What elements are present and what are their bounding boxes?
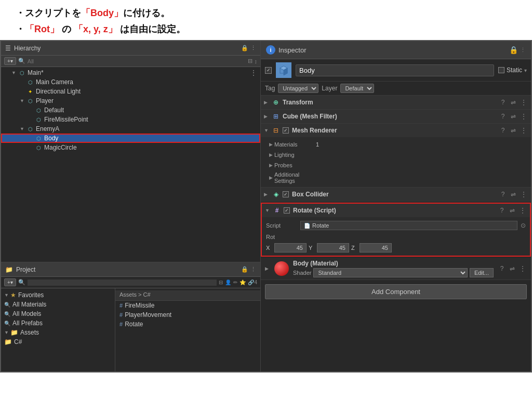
lock-icon: 🔒 [241, 45, 248, 51]
additional-label: Additional Settings [274, 171, 316, 184]
transform-help-btn[interactable]: ? [499, 99, 507, 106]
rotate-menu-btn[interactable]: ⋮ [518, 207, 527, 214]
rotate-checkbox[interactable]: ✓ [284, 207, 290, 214]
add-project-button[interactable]: +▾ [4, 278, 16, 286]
assets-folder[interactable]: ▼ 📁 Assets [1, 328, 115, 337]
layer-label: Layer [322, 85, 337, 92]
object-active-checkbox[interactable]: ✓ [265, 67, 272, 74]
rotate-settings-btn[interactable]: ⇌ [508, 207, 516, 214]
all-prefabs-item[interactable]: 🔍 All Prefabs [1, 318, 115, 328]
project-search-input[interactable] [28, 280, 217, 286]
inspector-menu-icon[interactable]: ⋮ [520, 47, 526, 54]
rot-label-row: Rot [266, 232, 526, 242]
arrow-player: ▼ [20, 98, 26, 103]
all-models-item[interactable]: 🔍 All Models [1, 309, 115, 318]
static-checkbox[interactable] [498, 67, 504, 73]
material-help-btn[interactable]: ? [498, 265, 506, 272]
assets-label: Assets [20, 329, 39, 336]
add-component-button[interactable]: Add Component [265, 284, 527, 299]
tag-label: Tag [265, 85, 275, 92]
tree-item-default[interactable]: ⬡ Default [1, 105, 260, 115]
probes-prop[interactable]: ▶ Probes [265, 160, 527, 170]
tree-item-body[interactable]: ⬡ Body [1, 134, 260, 143]
material-settings-btn[interactable]: ⇌ [508, 265, 516, 272]
z-value-input[interactable] [360, 243, 392, 252]
object-name-input[interactable] [296, 64, 494, 76]
tree-item-main[interactable]: ▼ ⬡ Main* ⋮ [1, 68, 260, 77]
script-field-label: Script [266, 222, 297, 229]
file-label-playermovement: PlayerMovement [125, 311, 171, 318]
script-target-btn[interactable]: ⊙ [521, 222, 526, 229]
tree-item-maincamera[interactable]: ⬡ Main Camera [1, 77, 260, 87]
shader-dropdown[interactable]: Standard [313, 268, 467, 277]
transform-menu-btn[interactable]: ⋮ [520, 99, 528, 106]
y-value-input[interactable] [317, 243, 349, 252]
material-menu-btn[interactable]: ⋮ [518, 265, 527, 272]
favorites-arrow: ▼ [4, 292, 10, 298]
boxcollider-checkbox[interactable]: ✓ [283, 191, 289, 197]
instruction-line1-red: 「Body」 [81, 8, 123, 18]
transform-settings-btn[interactable]: ⇌ [509, 99, 517, 106]
meshfilter-help-btn[interactable]: ? [499, 113, 507, 120]
tree-item-firemissile[interactable]: ⬡ FireMissilePoint [1, 115, 260, 124]
meshrenderer-menu-btn[interactable]: ⋮ [520, 127, 528, 134]
tag-dropdown[interactable]: Untagged [278, 84, 318, 93]
meshfilter-controls: ? ⇌ ⋮ [499, 113, 528, 120]
inspector-title: Inspector [278, 46, 306, 54]
tree-item-player[interactable]: ▼ ⬡ Player [1, 96, 260, 105]
tree-item-dirlight[interactable]: ✦ Directional Light [1, 87, 260, 96]
instructions-area: ・スクリプトを「Body」に付ける。 ・「Rot」 の 「x, y, z」 は自… [0, 0, 532, 40]
meshfilter-header[interactable]: ▶ ⊞ Cube (Mesh Filter) ? ⇌ ⋮ [261, 110, 531, 123]
tree-menu-main[interactable]: ⋮ [250, 69, 260, 77]
rotate-help-btn[interactable]: ? [498, 207, 506, 214]
object-cube-icon [276, 62, 291, 78]
assets-csharp-folder[interactable]: 📁 C# [1, 337, 115, 347]
materials-prop[interactable]: ▶ Materials 1 [265, 139, 527, 150]
project-breadcrumb: Assets > C# [115, 290, 260, 301]
meshrenderer-checkbox[interactable]: ✓ [283, 127, 289, 134]
boxcollider-help-btn[interactable]: ? [499, 191, 507, 198]
tree-item-enemya[interactable]: ▼ ⬡ EnemyA [1, 124, 260, 134]
all-materials-item[interactable]: 🔍 All Materials [1, 300, 115, 309]
tree-item-magiccircle[interactable]: ⬡ MagicCircle [1, 143, 260, 152]
hierarchy-search-input[interactable] [28, 58, 246, 64]
script-file-field[interactable]: 📄 Rotate [300, 221, 517, 230]
additional-settings-prop[interactable]: ▶ Additional Settings [265, 170, 527, 185]
gameobj-icon-default: ⬡ [34, 106, 43, 114]
meshrenderer-section: ▼ ⊟ ✓ Mesh Renderer ? ⇌ ⋮ ▶ Materials 1 [261, 124, 531, 188]
meshrenderer-help-btn[interactable]: ? [499, 127, 507, 134]
project-header: 📁 Project 🔒 ⋮ [1, 262, 260, 277]
meshfilter-icon: ⊞ [271, 112, 281, 121]
instruction-line2-red2: 「x, y, z」 [74, 24, 117, 34]
instruction-line1-suffix: に付ける。 [123, 8, 170, 18]
static-dropdown-arrow[interactable]: ▾ [524, 68, 527, 73]
rotate-script-header[interactable]: ▼ # ✓ Rotate (Script) ? ⇌ ⋮ [262, 204, 530, 217]
boxcollider-menu-btn[interactable]: ⋮ [520, 191, 528, 198]
file-item-playermovement[interactable]: # PlayerMovement [115, 310, 260, 320]
csharp-icon-rotate: # [119, 321, 123, 327]
meshrenderer-settings-btn[interactable]: ⇌ [509, 127, 517, 134]
tree-label-dirlight: Directional Light [36, 88, 81, 95]
tree-label-body: Body [44, 135, 58, 142]
transform-header[interactable]: ▶ ⊕ Transform ? ⇌ ⋮ [261, 96, 531, 109]
assets-arrow: ▼ [4, 330, 10, 335]
hierarchy-title: Hierarchy [14, 45, 41, 52]
project-menu-icon: ⋮ [250, 266, 256, 273]
boxcollider-settings-btn[interactable]: ⇌ [509, 191, 517, 198]
x-value-input[interactable] [274, 243, 307, 252]
edit-material-button[interactable]: Edit... [470, 268, 494, 277]
gameobj-icon-firemissile: ⬡ [34, 115, 43, 124]
favorites-folder[interactable]: ▼ ★ Favorites [1, 290, 115, 300]
boxcollider-header[interactable]: ▶ ◈ ✓ Box Collider ? ⇌ ⋮ [261, 188, 531, 201]
meshfilter-menu-btn[interactable]: ⋮ [520, 113, 528, 120]
inspector-lock-icon[interactable]: 🔒 [509, 46, 518, 54]
meshfilter-settings-btn[interactable]: ⇌ [509, 113, 517, 120]
file-item-firemissile[interactable]: # FireMissile [115, 301, 260, 310]
layer-dropdown[interactable]: Default [340, 84, 374, 93]
csharp-icon-playermovement: # [119, 312, 123, 318]
meshrenderer-header[interactable]: ▼ ⊟ ✓ Mesh Renderer ? ⇌ ⋮ [261, 124, 531, 137]
file-item-rotate[interactable]: # Rotate [115, 320, 260, 329]
lighting-prop[interactable]: ▶ Lighting [265, 150, 527, 160]
probes-arrow: ▶ [269, 163, 274, 168]
add-hierarchy-button[interactable]: +▾ [4, 57, 16, 65]
